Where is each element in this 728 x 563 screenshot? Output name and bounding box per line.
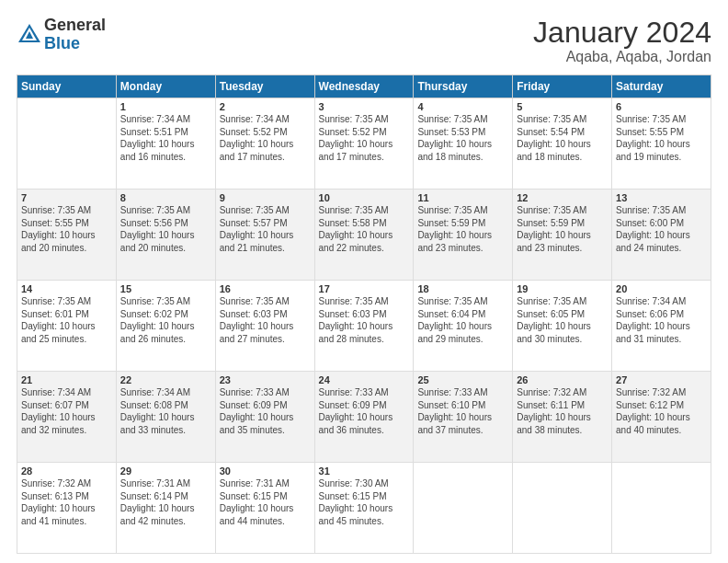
calendar-week-row: 7Sunrise: 7:35 AMSunset: 5:55 PMDaylight… [17,190,711,281]
date-number: 28 [21,465,112,477]
header-day: Thursday [414,75,513,98]
cell-info: Sunrise: 7:35 AMSunset: 5:59 PMDaylight:… [417,205,492,253]
date-number: 3 [319,101,410,112]
cell-info: Sunrise: 7:35 AMSunset: 6:02 PMDaylight:… [120,296,195,344]
date-number: 2 [220,101,311,112]
cell-info: Sunrise: 7:33 AMSunset: 6:09 PMDaylight:… [220,387,294,435]
header: General Blue January 2024 Aqaba, Aqaba, … [17,17,711,65]
calendar-cell [17,98,117,190]
calendar-cell: 21Sunrise: 7:34 AMSunset: 6:07 PMDayligh… [17,372,117,463]
date-number: 5 [517,101,608,112]
calendar-cell: 6Sunrise: 7:35 AMSunset: 5:55 PMDaylight… [612,98,711,190]
calendar-cell: 26Sunrise: 7:32 AMSunset: 6:11 PMDayligh… [513,372,612,463]
calendar-cell: 7Sunrise: 7:35 AMSunset: 5:55 PMDaylight… [17,190,117,281]
date-number: 23 [220,374,311,385]
calendar-cell: 13Sunrise: 7:35 AMSunset: 6:00 PMDayligh… [612,190,711,281]
cell-info: Sunrise: 7:35 AMSunset: 6:05 PMDaylight:… [517,296,591,344]
cell-info: Sunrise: 7:35 AMSunset: 6:03 PMDaylight:… [319,296,393,344]
calendar-cell: 10Sunrise: 7:35 AMSunset: 5:58 PMDayligh… [314,190,414,281]
date-number: 22 [120,374,211,385]
header-day: Friday [513,75,612,98]
logo-general: General [44,17,106,35]
calendar-cell: 17Sunrise: 7:35 AMSunset: 6:03 PMDayligh… [314,281,414,372]
date-number: 26 [517,374,608,385]
cell-info: Sunrise: 7:35 AMSunset: 5:54 PMDaylight:… [517,114,591,162]
date-number: 16 [220,283,311,294]
calendar-cell: 30Sunrise: 7:31 AMSunset: 6:15 PMDayligh… [215,463,314,554]
calendar-cell: 16Sunrise: 7:35 AMSunset: 6:03 PMDayligh… [215,281,314,372]
date-number: 12 [517,192,608,203]
date-number: 15 [120,283,211,294]
calendar-week-row: 1Sunrise: 7:34 AMSunset: 5:51 PMDaylight… [17,98,711,190]
logo-icon [17,22,42,48]
date-number: 25 [417,374,508,385]
calendar-cell [612,463,711,554]
date-number: 9 [220,192,311,203]
cell-info: Sunrise: 7:32 AMSunset: 6:11 PMDaylight:… [517,387,591,435]
calendar-cell: 5Sunrise: 7:35 AMSunset: 5:54 PMDaylight… [513,98,612,190]
cell-info: Sunrise: 7:35 AMSunset: 5:57 PMDaylight:… [220,205,294,253]
cell-info: Sunrise: 7:34 AMSunset: 5:51 PMDaylight:… [120,114,195,162]
date-number: 6 [616,101,707,112]
cell-info: Sunrise: 7:32 AMSunset: 6:13 PMDaylight:… [21,478,96,526]
header-day: Monday [116,75,215,98]
date-number: 19 [517,283,608,294]
header-day: Wednesday [314,75,414,98]
cell-info: Sunrise: 7:31 AMSunset: 6:14 PMDaylight:… [120,478,195,526]
calendar-cell: 19Sunrise: 7:35 AMSunset: 6:05 PMDayligh… [513,281,612,372]
cell-info: Sunrise: 7:31 AMSunset: 6:15 PMDaylight:… [220,478,294,526]
calendar-cell: 29Sunrise: 7:31 AMSunset: 6:14 PMDayligh… [116,463,215,554]
date-number: 14 [21,283,112,294]
calendar-week-row: 14Sunrise: 7:35 AMSunset: 6:01 PMDayligh… [17,281,711,372]
date-number: 1 [120,101,211,112]
cell-info: Sunrise: 7:30 AMSunset: 6:15 PMDaylight:… [319,478,393,526]
calendar-cell: 9Sunrise: 7:35 AMSunset: 5:57 PMDaylight… [215,190,314,281]
calendar-table: SundayMondayTuesdayWednesdayThursdayFrid… [17,75,711,554]
cell-info: Sunrise: 7:32 AMSunset: 6:12 PMDaylight:… [616,387,690,435]
cell-info: Sunrise: 7:33 AMSunset: 6:09 PMDaylight:… [319,387,393,435]
calendar-cell: 23Sunrise: 7:33 AMSunset: 6:09 PMDayligh… [215,372,314,463]
cell-info: Sunrise: 7:33 AMSunset: 6:10 PMDaylight:… [417,387,492,435]
cell-info: Sunrise: 7:34 AMSunset: 5:52 PMDaylight:… [220,114,294,162]
title-block: January 2024 Aqaba, Aqaba, Jordan [533,17,711,65]
calendar-cell: 14Sunrise: 7:35 AMSunset: 6:01 PMDayligh… [17,281,117,372]
date-number: 29 [120,465,211,477]
calendar-cell: 11Sunrise: 7:35 AMSunset: 5:59 PMDayligh… [414,190,513,281]
calendar-cell: 4Sunrise: 7:35 AMSunset: 5:53 PMDaylight… [414,98,513,190]
cell-info: Sunrise: 7:34 AMSunset: 6:07 PMDaylight:… [21,387,96,435]
calendar-cell: 28Sunrise: 7:32 AMSunset: 6:13 PMDayligh… [17,463,117,554]
date-number: 17 [319,283,410,294]
calendar-cell [414,463,513,554]
cell-info: Sunrise: 7:35 AMSunset: 6:04 PMDaylight:… [417,296,492,344]
page-title: January 2024 [533,17,711,49]
calendar-cell: 24Sunrise: 7:33 AMSunset: 6:09 PMDayligh… [314,372,414,463]
header-row: SundayMondayTuesdayWednesdayThursdayFrid… [17,75,711,98]
cell-info: Sunrise: 7:35 AMSunset: 5:52 PMDaylight:… [319,114,393,162]
calendar-cell: 12Sunrise: 7:35 AMSunset: 5:59 PMDayligh… [513,190,612,281]
date-number: 27 [616,374,707,385]
date-number: 24 [319,374,410,385]
logo-blue: Blue [44,35,106,53]
date-number: 4 [417,101,508,112]
header-day: Saturday [612,75,711,98]
cell-info: Sunrise: 7:35 AMSunset: 5:59 PMDaylight:… [517,205,591,253]
cell-info: Sunrise: 7:35 AMSunset: 6:03 PMDaylight:… [220,296,294,344]
calendar-cell [513,463,612,554]
calendar-cell: 1Sunrise: 7:34 AMSunset: 5:51 PMDaylight… [116,98,215,190]
date-number: 21 [21,374,112,385]
calendar-cell: 20Sunrise: 7:34 AMSunset: 6:06 PMDayligh… [612,281,711,372]
calendar-cell: 15Sunrise: 7:35 AMSunset: 6:02 PMDayligh… [116,281,215,372]
cell-info: Sunrise: 7:34 AMSunset: 6:08 PMDaylight:… [120,387,195,435]
cell-info: Sunrise: 7:35 AMSunset: 5:55 PMDaylight:… [21,205,96,253]
cell-info: Sunrise: 7:35 AMSunset: 5:58 PMDaylight:… [319,205,393,253]
header-day: Tuesday [215,75,314,98]
header-day: Sunday [17,75,117,98]
date-number: 31 [319,465,410,477]
cell-info: Sunrise: 7:35 AMSunset: 6:01 PMDaylight:… [21,296,96,344]
logo: General Blue [17,17,106,53]
cell-info: Sunrise: 7:35 AMSunset: 5:53 PMDaylight:… [417,114,492,162]
date-number: 7 [21,192,112,203]
calendar-week-row: 21Sunrise: 7:34 AMSunset: 6:07 PMDayligh… [17,372,711,463]
calendar-cell: 27Sunrise: 7:32 AMSunset: 6:12 PMDayligh… [612,372,711,463]
date-number: 18 [417,283,508,294]
